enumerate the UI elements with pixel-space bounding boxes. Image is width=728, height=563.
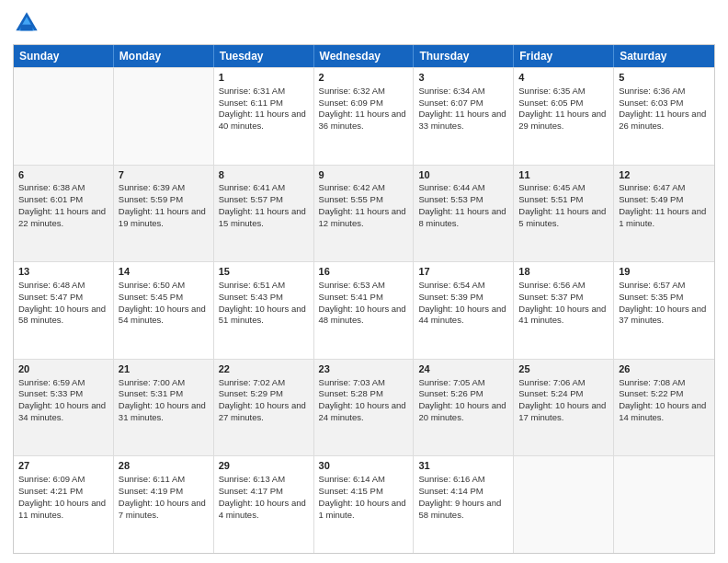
sunset: Sunset: 5:28 PM (319, 388, 383, 398)
sunset: Sunset: 5:31 PM (119, 388, 183, 398)
day-number: 13 (18, 265, 108, 279)
day-number: 25 (518, 362, 609, 376)
sunset: Sunset: 5:35 PM (619, 292, 683, 302)
sunrise: Sunrise: 6:31 AM (219, 86, 285, 96)
sunset: Sunset: 5:55 PM (319, 194, 383, 204)
day-number: 27 (18, 459, 108, 473)
sunrise: Sunrise: 6:39 AM (119, 182, 185, 192)
daylight: Daylight: 11 hours and 36 minutes. (319, 109, 406, 131)
cal-cell: 21Sunrise: 7:00 AMSunset: 5:31 PMDayligh… (114, 360, 214, 456)
sunrise: Sunrise: 6:51 AM (219, 280, 285, 290)
sunset: Sunset: 5:45 PM (119, 292, 183, 302)
day-number: 30 (319, 459, 409, 473)
cal-cell: 9Sunrise: 6:42 AMSunset: 5:55 PMDaylight… (314, 166, 415, 262)
day-number: 22 (219, 362, 309, 376)
cal-cell: 27Sunrise: 6:09 AMSunset: 4:21 PMDayligh… (14, 456, 114, 553)
daylight: Daylight: 10 hours and 27 minutes. (219, 400, 306, 422)
sunset: Sunset: 5:49 PM (619, 194, 683, 204)
cal-cell: 26Sunrise: 7:08 AMSunset: 5:22 PMDayligh… (614, 360, 714, 456)
daylight: Daylight: 10 hours and 34 minutes. (18, 400, 106, 422)
calendar-header-row: SundayMondayTuesdayWednesdayThursdayFrid… (14, 45, 714, 67)
cal-cell: 10Sunrise: 6:44 AMSunset: 5:53 PMDayligh… (414, 166, 514, 262)
sunrise: Sunrise: 7:02 AM (219, 377, 285, 387)
sunrise: Sunrise: 6:47 AM (619, 182, 685, 192)
cal-cell: 28Sunrise: 6:11 AMSunset: 4:19 PMDayligh… (114, 456, 214, 553)
sunrise: Sunrise: 6:36 AM (619, 86, 685, 96)
cal-cell: 31Sunrise: 6:16 AMSunset: 4:14 PMDayligh… (414, 456, 514, 553)
daylight: Daylight: 10 hours and 31 minutes. (119, 400, 206, 422)
cal-header-cell: Tuesday (214, 45, 314, 67)
header (13, 9, 715, 37)
cal-week: 6Sunrise: 6:38 AMSunset: 6:01 PMDaylight… (14, 165, 714, 262)
sunrise: Sunrise: 6:16 AM (418, 474, 484, 484)
sunrise: Sunrise: 6:54 AM (418, 280, 484, 290)
daylight: Daylight: 11 hours and 19 minutes. (119, 206, 206, 228)
cal-cell: 16Sunrise: 6:53 AMSunset: 5:41 PMDayligh… (314, 262, 415, 359)
daylight: Daylight: 10 hours and 14 minutes. (619, 400, 706, 422)
cal-header-cell: Saturday (614, 45, 714, 67)
day-number: 12 (619, 168, 710, 182)
sunset: Sunset: 6:11 PM (219, 98, 283, 108)
day-number: 19 (619, 265, 710, 279)
day-number: 18 (518, 265, 609, 279)
daylight: Daylight: 9 hours and 58 minutes. (418, 498, 501, 520)
sunrise: Sunrise: 6:48 AM (18, 280, 85, 290)
cal-week: 1Sunrise: 6:31 AMSunset: 6:11 PMDaylight… (14, 67, 714, 165)
cal-header-cell: Friday (514, 45, 614, 67)
cal-cell: 3Sunrise: 6:34 AMSunset: 6:07 PMDaylight… (414, 68, 514, 165)
daylight: Daylight: 10 hours and 11 minutes. (18, 498, 106, 520)
day-number: 3 (418, 71, 508, 85)
daylight: Daylight: 10 hours and 20 minutes. (418, 400, 506, 422)
sunset: Sunset: 5:24 PM (518, 388, 583, 398)
sunrise: Sunrise: 6:38 AM (18, 182, 85, 192)
sunset: Sunset: 5:41 PM (319, 292, 383, 302)
day-number: 8 (219, 168, 309, 182)
cal-week: 20Sunrise: 6:59 AMSunset: 5:33 PMDayligh… (14, 359, 714, 456)
sunset: Sunset: 4:21 PM (18, 486, 83, 496)
daylight: Daylight: 11 hours and 40 minutes. (219, 109, 306, 131)
day-number: 20 (18, 362, 108, 376)
day-number: 23 (319, 362, 409, 376)
daylight: Daylight: 10 hours and 17 minutes. (518, 400, 606, 422)
cal-cell (614, 456, 714, 553)
sunset: Sunset: 5:37 PM (518, 292, 583, 302)
sunrise: Sunrise: 7:05 AM (418, 377, 484, 387)
sunrise: Sunrise: 6:14 AM (319, 474, 385, 484)
cal-cell: 7Sunrise: 6:39 AMSunset: 5:59 PMDaylight… (114, 166, 214, 262)
page: SundayMondayTuesdayWednesdayThursdayFrid… (0, 0, 728, 563)
sunrise: Sunrise: 6:42 AM (319, 182, 385, 192)
sunrise: Sunrise: 7:03 AM (319, 377, 385, 387)
logo-icon (13, 9, 40, 37)
cal-cell: 17Sunrise: 6:54 AMSunset: 5:39 PMDayligh… (414, 262, 514, 359)
sunset: Sunset: 5:59 PM (119, 194, 183, 204)
cal-cell: 23Sunrise: 7:03 AMSunset: 5:28 PMDayligh… (314, 360, 415, 456)
cal-header-cell: Wednesday (314, 45, 415, 67)
day-number: 1 (219, 71, 309, 85)
sunrise: Sunrise: 6:56 AM (518, 280, 585, 290)
sunrise: Sunrise: 6:45 AM (518, 182, 585, 192)
day-number: 14 (119, 265, 209, 279)
daylight: Daylight: 10 hours and 7 minutes. (119, 498, 206, 520)
daylight: Daylight: 10 hours and 51 minutes. (219, 304, 306, 326)
cal-week: 13Sunrise: 6:48 AMSunset: 5:47 PMDayligh… (14, 261, 714, 359)
sunrise: Sunrise: 6:34 AM (418, 86, 484, 96)
sunset: Sunset: 5:39 PM (418, 292, 483, 302)
sunset: Sunset: 6:03 PM (619, 98, 683, 108)
sunrise: Sunrise: 6:59 AM (18, 377, 85, 387)
cal-cell: 15Sunrise: 6:51 AMSunset: 5:43 PMDayligh… (214, 262, 314, 359)
day-number: 16 (319, 265, 409, 279)
cal-cell: 30Sunrise: 6:14 AMSunset: 4:15 PMDayligh… (314, 456, 415, 553)
sunrise: Sunrise: 6:57 AM (619, 280, 685, 290)
logo (13, 9, 44, 37)
daylight: Daylight: 11 hours and 8 minutes. (418, 206, 506, 228)
day-number: 15 (219, 265, 309, 279)
sunset: Sunset: 6:01 PM (18, 194, 83, 204)
cal-cell: 13Sunrise: 6:48 AMSunset: 5:47 PMDayligh… (14, 262, 114, 359)
cal-cell: 20Sunrise: 6:59 AMSunset: 5:33 PMDayligh… (14, 360, 114, 456)
cal-header-cell: Sunday (14, 45, 114, 67)
sunset: Sunset: 4:15 PM (319, 486, 383, 496)
cal-cell: 22Sunrise: 7:02 AMSunset: 5:29 PMDayligh… (214, 360, 314, 456)
day-number: 21 (119, 362, 209, 376)
sunrise: Sunrise: 6:41 AM (219, 182, 285, 192)
sunrise: Sunrise: 6:50 AM (119, 280, 185, 290)
